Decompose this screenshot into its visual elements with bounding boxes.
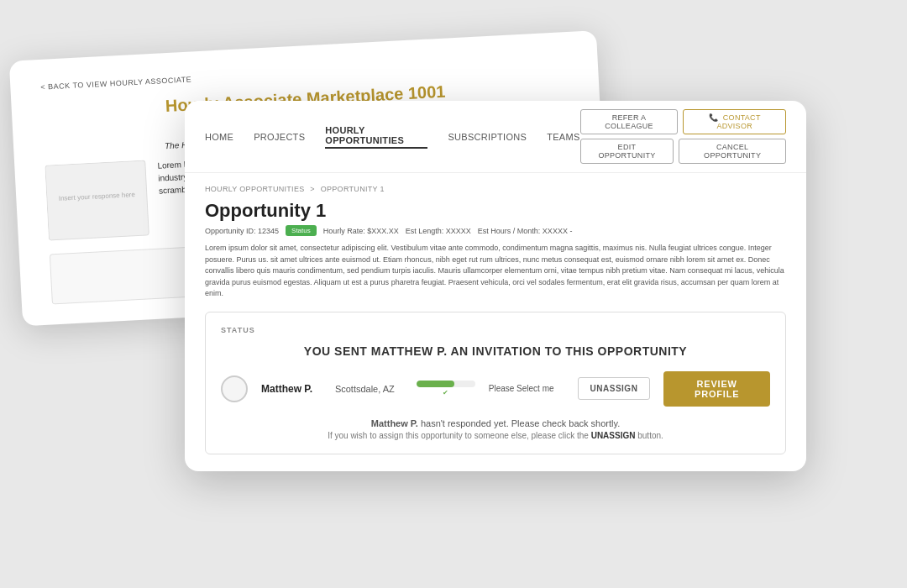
back-card-image: Insert your response here <box>45 160 149 240</box>
status-footer: Matthew P. hasn't responded yet. Please … <box>221 418 770 440</box>
review-profile-button[interactable]: REVIEW PROFILE <box>663 371 770 407</box>
cancel-opportunity-button[interactable]: CANCEL OPPORTUNITY <box>679 139 786 164</box>
description-text: Lorem ipsum dolor sit amet, consectetur … <box>205 243 786 300</box>
nav-actions: REFER A COLLEAGUE 📞 CONTACT ADVISOR EDIT… <box>580 109 786 164</box>
footer-sub-suffix: button. <box>637 431 663 440</box>
invitation-message: YOU SENT MATTHEW P. AN INVITATION TO THI… <box>221 344 770 358</box>
progress-bar <box>417 381 475 387</box>
breadcrumb: HOURLY OPPORTUNITIES > OPPORTUNITY 1 <box>205 185 786 193</box>
footer-sub-prefix: If you wish to assign this opportunity t… <box>328 431 591 440</box>
avatar <box>221 375 248 402</box>
unassign-button[interactable]: UNASSIGN <box>578 377 651 400</box>
candidate-row: Matthew P. Scottsdale, AZ ✔ Please Selec… <box>221 371 770 407</box>
meta-est-length: Est Length: XXXXX <box>406 227 471 235</box>
nav-home[interactable]: HOME <box>205 132 233 142</box>
please-select-label: Please Select me <box>489 384 564 393</box>
nav-projects[interactable]: PROJECTS <box>254 132 305 142</box>
nav-hourly-opportunities[interactable]: HOURLY OPPORTUNITIES <box>325 125 427 149</box>
meta-hourly-rate: Hourly Rate: $XXX.XX <box>323 227 399 235</box>
footer-suffix: hasn't responded yet. Please check back … <box>421 418 620 428</box>
candidate-location: Scottsdale, AZ <box>335 384 403 394</box>
meta-est-hours: Est Hours / Month: XXXXX - <box>478 227 573 235</box>
status-badge: Status <box>286 225 317 236</box>
navigation: HOME PROJECTS HOURLY OPPORTUNITIES SUBSC… <box>185 101 806 173</box>
page-title: Opportunity 1 <box>205 200 786 222</box>
footer-main-text: Matthew P. hasn't responded yet. Please … <box>221 418 770 428</box>
edit-opportunity-button[interactable]: EDIT OPPORTUNITY <box>580 139 674 164</box>
progress-check-icon: ✔ <box>443 389 448 396</box>
opportunity-meta: Opportunity ID: 12345 Status Hourly Rate… <box>205 225 786 236</box>
main-content: HOURLY OPPORTUNITIES > OPPORTUNITY 1 Opp… <box>185 173 806 471</box>
image-placeholder-label: Insert your response here <box>45 160 146 202</box>
breadcrumb-separator: > <box>310 185 317 193</box>
breadcrumb-part1: HOURLY OPPORTUNITIES <box>205 185 305 193</box>
refer-colleague-button[interactable]: REFER A COLLEAGUE <box>580 109 679 134</box>
progress-fill <box>417 381 455 387</box>
phone-icon: 📞 <box>709 113 718 122</box>
nav-teams[interactable]: TEAMS <box>547 132 579 142</box>
footer-candidate-name: Matthew P. <box>371 418 418 428</box>
contact-advisor-button[interactable]: 📞 CONTACT ADVISOR <box>683 109 786 134</box>
progress-bar-wrap: ✔ <box>417 381 475 396</box>
nav-subscriptions[interactable]: SUBSCRIPTIONS <box>448 132 527 142</box>
nav-links: HOME PROJECTS HOURLY OPPORTUNITIES SUBSC… <box>205 125 580 149</box>
nav-btn-row-bottom: EDIT OPPORTUNITY CANCEL OPPORTUNITY <box>580 139 786 164</box>
status-section-label: STATUS <box>221 326 770 334</box>
breadcrumb-part2: OPPORTUNITY 1 <box>321 185 385 193</box>
opportunity-id: Opportunity ID: 12345 <box>205 227 279 235</box>
nav-btn-row-top: REFER A COLLEAGUE 📞 CONTACT ADVISOR <box>580 109 786 134</box>
main-card: HOME PROJECTS HOURLY OPPORTUNITIES SUBSC… <box>185 101 806 471</box>
candidate-name: Matthew P. <box>261 383 322 395</box>
status-section: STATUS YOU SENT MATTHEW P. AN INVITATION… <box>205 312 786 454</box>
footer-unassign-text: UNASSIGN <box>591 431 636 440</box>
footer-sub-text: If you wish to assign this opportunity t… <box>221 431 770 440</box>
